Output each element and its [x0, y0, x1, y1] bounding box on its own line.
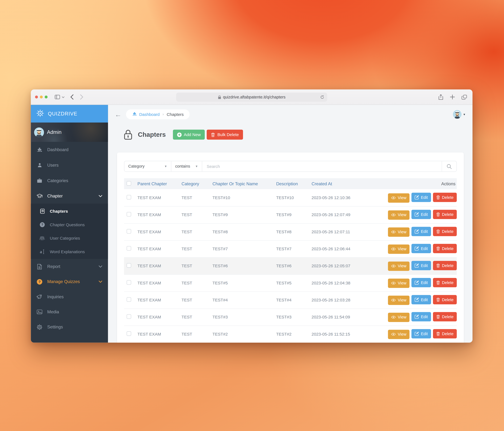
- tab-overview-icon[interactable]: [462, 94, 467, 100]
- sidebar-item-inquiries[interactable]: Inquiries: [31, 289, 108, 304]
- row-checkbox[interactable]: [127, 263, 131, 268]
- chapter-submenu: Chapters?Chapter QuestionsUser Categorie…: [31, 204, 108, 259]
- edit-button[interactable]: Edit: [412, 227, 431, 236]
- back-icon[interactable]: [71, 94, 74, 100]
- delete-button[interactable]: Delete: [433, 278, 457, 287]
- edit-button[interactable]: Edit: [412, 278, 431, 287]
- view-button[interactable]: View: [388, 210, 410, 220]
- search-input[interactable]: [202, 161, 441, 171]
- row-checkbox[interactable]: [127, 212, 131, 216]
- edit-icon: [415, 281, 419, 285]
- edit-button[interactable]: Edit: [412, 244, 431, 253]
- cell-created-at: 2023-05-26 12:04:38: [309, 274, 384, 291]
- delete-button[interactable]: Delete: [433, 261, 457, 270]
- sidebar-item-report[interactable]: Report: [31, 259, 108, 274]
- sidebar-item-categories[interactable]: Categories: [31, 173, 108, 188]
- helm-icon: [36, 109, 44, 119]
- reload-icon[interactable]: [320, 95, 324, 99]
- minimize-window-button[interactable]: [40, 95, 43, 98]
- sidebar-toggle-icon[interactable]: [55, 94, 60, 99]
- row-checkbox[interactable]: [127, 280, 131, 285]
- edit-button[interactable]: Edit: [412, 329, 431, 338]
- word-cursor-icon: a: [39, 249, 45, 254]
- admin-profile[interactable]: Admin: [31, 122, 108, 142]
- delete-button[interactable]: Delete: [433, 329, 457, 338]
- sidebar-item-dashboard[interactable]: Dashboard: [31, 142, 108, 157]
- share-icon[interactable]: [438, 94, 443, 100]
- row-checkbox[interactable]: [127, 297, 131, 302]
- back-arrow-icon[interactable]: ←: [115, 111, 122, 118]
- sidebar-item-settings[interactable]: Settings: [31, 319, 108, 335]
- edit-button[interactable]: Edit: [412, 210, 431, 219]
- view-button[interactable]: View: [388, 313, 410, 322]
- view-button[interactable]: View: [388, 330, 410, 339]
- eye-icon: [391, 316, 396, 319]
- column-header-description[interactable]: Description: [274, 178, 309, 189]
- edit-button[interactable]: Edit: [412, 312, 431, 321]
- column-header-category[interactable]: Category: [179, 178, 210, 189]
- filter-field-select[interactable]: Category▼: [124, 161, 171, 171]
- app-logo[interactable]: QUIZDRIVE: [31, 105, 108, 122]
- edit-icon: [415, 229, 419, 234]
- add-new-button[interactable]: Add New: [173, 130, 205, 140]
- new-tab-icon[interactable]: [450, 94, 455, 100]
- row-checkbox[interactable]: [127, 314, 131, 319]
- eye-icon: [391, 333, 396, 336]
- cell-chapter-name: TEST#9: [210, 206, 274, 223]
- sidebar-item-label: Dashboard: [47, 147, 69, 152]
- view-button[interactable]: View: [388, 227, 410, 237]
- cell-parent-chapter: TEST EXAM: [135, 326, 179, 343]
- delete-button[interactable]: Delete: [433, 244, 457, 253]
- column-header-parent-chapter[interactable]: Parent Chapter: [135, 178, 179, 189]
- cell-category: TEST: [179, 326, 210, 343]
- question-circle-icon: ?: [39, 222, 45, 227]
- search-button[interactable]: [442, 161, 457, 171]
- eye-icon: [391, 247, 396, 251]
- column-header-created-at[interactable]: Created At: [309, 178, 384, 189]
- sidebar-item-chapter-questions[interactable]: ?Chapter Questions: [31, 218, 108, 231]
- filter-operator-select[interactable]: contains▼: [171, 161, 202, 171]
- trash-icon: [211, 132, 215, 137]
- chapters-table: Parent Chapter Category Chapter Or Topic…: [124, 178, 457, 343]
- view-button[interactable]: View: [388, 279, 410, 288]
- cell-chapter-name: TEST#5: [210, 274, 274, 291]
- breadcrumb-home-link[interactable]: Dashboard: [132, 112, 160, 117]
- row-checkbox[interactable]: [127, 331, 131, 336]
- view-button[interactable]: View: [388, 193, 410, 202]
- sidebar-item-manage-quizzes[interactable]: ?Manage Quizzes: [31, 274, 108, 289]
- delete-button[interactable]: Delete: [433, 210, 457, 219]
- address-bar[interactable]: quizdrive.aftabpatente.it/q/chapters: [176, 93, 327, 102]
- forward-icon[interactable]: [80, 94, 83, 100]
- edit-button[interactable]: Edit: [412, 261, 431, 270]
- column-header-chapter-name[interactable]: Chapter Or Topic Name: [210, 178, 274, 189]
- user-menu[interactable]: ▾: [453, 110, 465, 119]
- delete-button[interactable]: Delete: [433, 312, 457, 321]
- close-window-button[interactable]: [35, 95, 38, 98]
- delete-button[interactable]: Delete: [433, 227, 457, 236]
- delete-button[interactable]: Delete: [433, 295, 457, 304]
- sidebar-item-word-explanations[interactable]: aWord Explanations: [31, 245, 108, 258]
- bulk-delete-button[interactable]: Bulk Delete: [207, 130, 243, 140]
- sidebar-item-media[interactable]: Media: [31, 304, 108, 319]
- zoom-window-button[interactable]: [45, 95, 47, 98]
- delete-button[interactable]: Delete: [433, 193, 457, 202]
- view-button[interactable]: View: [388, 262, 410, 271]
- sidebar-item-chapters[interactable]: Chapters: [31, 204, 108, 218]
- view-button[interactable]: View: [388, 244, 410, 254]
- edit-button[interactable]: Edit: [412, 193, 431, 202]
- chevron-down-icon[interactable]: [62, 96, 65, 98]
- sidebar-item-user-categories[interactable]: User Categories: [31, 231, 108, 245]
- edit-button[interactable]: Edit: [412, 295, 431, 304]
- sidebar-item-users[interactable]: Users: [31, 157, 108, 173]
- lock-icon: [218, 95, 221, 99]
- select-all-checkbox[interactable]: [127, 181, 131, 186]
- view-button[interactable]: View: [388, 296, 410, 305]
- row-checkbox[interactable]: [127, 195, 131, 199]
- row-checkbox[interactable]: [127, 229, 131, 234]
- sidebar-item-label: Media: [47, 309, 59, 314]
- row-checkbox[interactable]: [127, 246, 131, 251]
- sidebar-item-chapter[interactable]: Chapter: [31, 188, 108, 204]
- sidebar: QUIZDRIVE Admin DashboardUsersCategories…: [31, 105, 108, 343]
- cell-parent-chapter: TEST EXAM: [135, 257, 179, 274]
- column-header-actions: Actions: [384, 178, 457, 189]
